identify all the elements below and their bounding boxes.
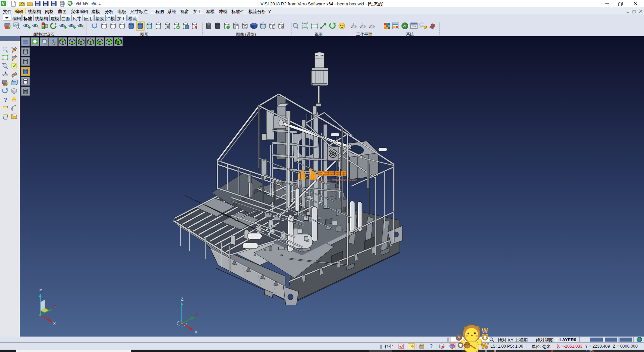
svg-text:W: W [482,327,488,334]
svg-text:Z: Z [39,288,42,293]
svg-text:Y: Y [195,312,198,317]
svg-text:Z: Z [181,297,183,302]
svg-text:X: X [195,329,198,335]
svg-text:?: ? [4,97,7,103]
svg-text:W: W [481,341,489,350]
svg-text:INTELLIGENT MANUFACTURING DATA: INTELLIGENT MANUFACTURING DATA [317,179,357,181]
svg-text:X: X [53,321,56,326]
svg-text:Y: Y [54,304,57,309]
svg-text:A: A [458,335,461,340]
